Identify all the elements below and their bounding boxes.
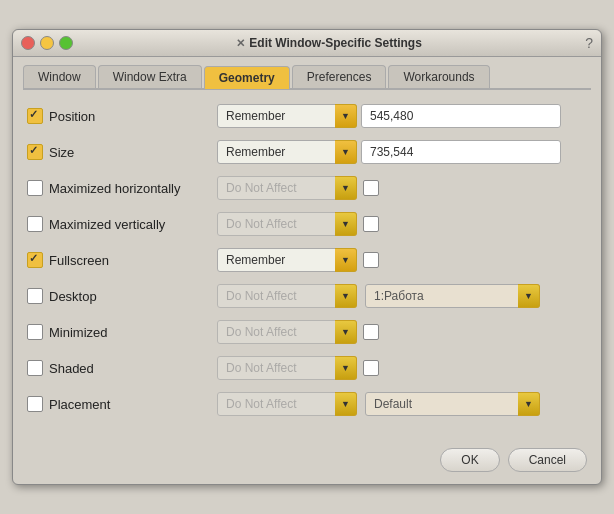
minimize-button[interactable] xyxy=(40,36,54,50)
close-button[interactable] xyxy=(21,36,35,50)
x-icon: ✕ xyxy=(236,37,245,50)
placement-value: Default xyxy=(365,392,540,416)
window-title: ✕ Edit Window-Specific Settings xyxy=(236,36,422,50)
max-horiz-dropdown-wrapper: Do Not Affect ▼ xyxy=(217,176,357,200)
desktop-checkbox[interactable] xyxy=(27,288,43,304)
max-horiz-row: Maximized horizontally Do Not Affect ▼ xyxy=(27,174,587,202)
size-row: Size Remember ▼ xyxy=(27,138,587,166)
fullscreen-dropdown-wrapper: Remember ▼ xyxy=(217,248,357,272)
position-dropdown-wrapper: Remember ▼ xyxy=(217,104,357,128)
placement-dropdown-wrapper: Do Not Affect ▼ xyxy=(217,392,357,416)
size-checkbox[interactable] xyxy=(27,144,43,160)
placement-checkbox[interactable] xyxy=(27,396,43,412)
placement-label: Placement xyxy=(49,397,110,412)
ok-button[interactable]: OK xyxy=(440,448,499,472)
max-horiz-small-checkbox[interactable] xyxy=(363,180,379,196)
tab-bar: Window Window Extra Geometry Preferences… xyxy=(23,65,591,90)
cancel-button[interactable]: Cancel xyxy=(508,448,587,472)
titlebar: ✕ Edit Window-Specific Settings ? xyxy=(13,30,601,57)
fullscreen-small-checkbox[interactable] xyxy=(363,252,379,268)
position-label: Position xyxy=(49,109,95,124)
position-value[interactable] xyxy=(361,104,561,128)
desktop-row: Desktop Do Not Affect ▼ 1:Работа ▼ xyxy=(27,282,587,310)
shaded-checkbox[interactable] xyxy=(27,360,43,376)
position-dropdown[interactable]: Remember xyxy=(217,104,357,128)
max-horiz-checkbox[interactable] xyxy=(27,180,43,196)
size-value[interactable] xyxy=(361,140,561,164)
shaded-small-checkbox[interactable] xyxy=(363,360,379,376)
desktop-dropdown[interactable]: Do Not Affect xyxy=(217,284,357,308)
minimized-label: Minimized xyxy=(49,325,108,340)
desktop-label: Desktop xyxy=(49,289,97,304)
placement-row: Placement Do Not Affect ▼ Default ▼ xyxy=(27,390,587,418)
help-button[interactable]: ? xyxy=(585,35,593,51)
max-vert-small-checkbox[interactable] xyxy=(363,216,379,232)
size-dropdown[interactable]: Remember xyxy=(217,140,357,164)
desktop-value: 1:Работа xyxy=(365,284,540,308)
max-vert-dropdown-wrapper: Do Not Affect ▼ xyxy=(217,212,357,236)
desktop-dropdown-wrapper: Do Not Affect ▼ xyxy=(217,284,357,308)
fullscreen-checkbox[interactable] xyxy=(27,252,43,268)
window-controls xyxy=(21,36,73,50)
minimized-dropdown-wrapper: Do Not Affect ▼ xyxy=(217,320,357,344)
max-horiz-dropdown[interactable]: Do Not Affect xyxy=(217,176,357,200)
tab-workarounds[interactable]: Workarounds xyxy=(388,65,489,88)
tab-geometry[interactable]: Geometry xyxy=(204,66,290,89)
max-vert-label: Maximized vertically xyxy=(49,217,165,232)
maximize-button[interactable] xyxy=(59,36,73,50)
fullscreen-row: Fullscreen Remember ▼ xyxy=(27,246,587,274)
placement-dropdown[interactable]: Do Not Affect xyxy=(217,392,357,416)
minimized-row: Minimized Do Not Affect ▼ xyxy=(27,318,587,346)
max-horiz-label: Maximized horizontally xyxy=(49,181,181,196)
placement-value-wrapper: Default ▼ xyxy=(361,392,540,416)
fullscreen-label: Fullscreen xyxy=(49,253,109,268)
position-checkbox[interactable] xyxy=(27,108,43,124)
shaded-label: Shaded xyxy=(49,361,94,376)
max-vert-row: Maximized vertically Do Not Affect ▼ xyxy=(27,210,587,238)
tab-window-extra[interactable]: Window Extra xyxy=(98,65,202,88)
shaded-dropdown[interactable]: Do Not Affect xyxy=(217,356,357,380)
size-label: Size xyxy=(49,145,74,160)
footer: OK Cancel xyxy=(13,438,601,472)
shaded-dropdown-wrapper: Do Not Affect ▼ xyxy=(217,356,357,380)
content-area: Position Remember ▼ Size Remember ▼ xyxy=(13,90,601,438)
minimized-checkbox[interactable] xyxy=(27,324,43,340)
main-window: ✕ Edit Window-Specific Settings ? Window… xyxy=(12,29,602,485)
fullscreen-dropdown[interactable]: Remember xyxy=(217,248,357,272)
shaded-row: Shaded Do Not Affect ▼ xyxy=(27,354,587,382)
tab-window[interactable]: Window xyxy=(23,65,96,88)
minimized-small-checkbox[interactable] xyxy=(363,324,379,340)
max-vert-checkbox[interactable] xyxy=(27,216,43,232)
desktop-value-wrapper: 1:Работа ▼ xyxy=(361,284,540,308)
position-row: Position Remember ▼ xyxy=(27,102,587,130)
size-dropdown-wrapper: Remember ▼ xyxy=(217,140,357,164)
tab-preferences[interactable]: Preferences xyxy=(292,65,387,88)
minimized-dropdown[interactable]: Do Not Affect xyxy=(217,320,357,344)
max-vert-dropdown[interactable]: Do Not Affect xyxy=(217,212,357,236)
